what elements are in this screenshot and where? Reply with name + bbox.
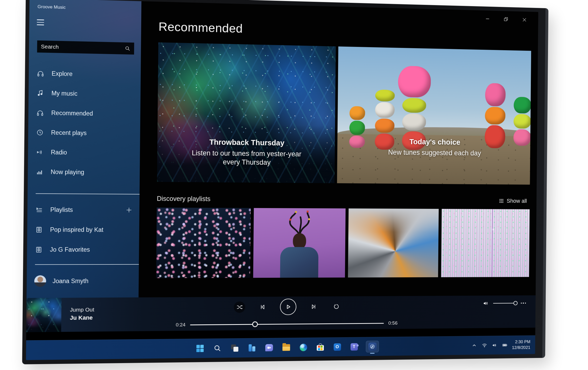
edge-button[interactable] (298, 342, 308, 352)
sidebar-nav: Explore My music Recommended (28, 63, 141, 182)
discovery-playlist-tile-1[interactable] (156, 208, 251, 278)
taskbar-clock[interactable]: 2:30 PM 12/8/2021 (512, 339, 530, 351)
add-playlist-button[interactable] (125, 207, 133, 214)
sidebar-item-my-music[interactable]: My music (28, 83, 140, 105)
file-explorer-button[interactable] (281, 342, 291, 353)
wifi-icon[interactable] (481, 342, 488, 349)
discovery-playlist-tile-2[interactable] (253, 208, 346, 278)
play-icon (284, 303, 292, 311)
avatar (34, 275, 46, 287)
sidebar-item-recent-plays[interactable]: Recent plays (28, 122, 140, 143)
playlist-item-label: Jo G Favorites (50, 246, 90, 253)
groove-music-taskbar-button[interactable] (366, 341, 379, 353)
previous-button[interactable] (257, 301, 268, 313)
playlists-header-label: Playlists (50, 206, 73, 213)
discovery-playlist-tile-4[interactable] (441, 209, 530, 277)
taskbar: O T (26, 335, 535, 360)
folder-icon (282, 344, 290, 351)
volume-slider[interactable] (493, 303, 515, 304)
sidebar-item-playlists[interactable]: Playlists (27, 200, 140, 220)
sidebar-item-label: My music (52, 90, 78, 97)
search-icon (125, 46, 130, 52)
playlist-item-label: Pop inspired by Kat (50, 226, 103, 233)
show-all-button[interactable]: Show all (499, 198, 527, 204)
sidebar-item-explore[interactable]: Explore (29, 63, 141, 85)
battery-icon[interactable] (502, 342, 508, 348)
tray-time: 2:30 PM (512, 339, 531, 345)
volume-icon[interactable] (483, 300, 489, 307)
chat-button[interactable] (264, 343, 274, 353)
user-account[interactable]: Joana Smyth (27, 271, 139, 291)
sidebar-item-radio[interactable]: Radio (28, 142, 140, 163)
start-button[interactable] (195, 343, 205, 354)
shuffle-button[interactable] (234, 302, 245, 313)
progress-fill (190, 324, 255, 325)
more-options-button[interactable] (519, 301, 527, 305)
outlook-button[interactable]: O (332, 342, 342, 352)
hero-card-todays-choice[interactable]: Today's choice New tunes suggested each … (337, 46, 531, 184)
speaker-icon[interactable] (492, 342, 498, 349)
active-app-indicator (370, 353, 375, 354)
sidebar-item-label: Recent plays (51, 129, 87, 137)
screen: Groove Music Search Explore (26, 0, 538, 360)
playlist-icon (35, 206, 43, 213)
restore-button[interactable] (503, 16, 509, 23)
search-placeholder: Search (41, 43, 125, 52)
search-input[interactable]: Search (37, 40, 134, 55)
sidebar-divider (35, 264, 139, 265)
teams-button[interactable]: T (349, 342, 359, 352)
widgets-icon (249, 344, 256, 352)
transport-controls (234, 298, 342, 315)
next-button[interactable] (308, 301, 319, 312)
minimize-icon (485, 16, 490, 22)
discovery-playlist-tile-3[interactable] (348, 208, 439, 278)
outlook-icon: O (333, 343, 341, 351)
playlist-item-pop-inspired-by-kat[interactable]: Pop inspired by Kat (27, 220, 139, 240)
app-title: Groove Music (37, 4, 66, 10)
repeat-icon (333, 303, 340, 310)
track-title: Jump Out (70, 306, 94, 313)
progress-bar[interactable] (190, 323, 384, 325)
now-playing-album-art[interactable] (26, 298, 62, 332)
main-content: Recommended Throwback Thursday Listen to… (138, 1, 538, 297)
tray-chevron-icon[interactable] (471, 342, 478, 349)
time-remaining: 0:56 (388, 320, 400, 326)
previous-icon (259, 304, 266, 310)
hero-card-throwback-thursday[interactable]: Throwback Thursday Listen to our tunes f… (157, 42, 336, 183)
sidebar-item-label: Radio (51, 149, 67, 156)
track-artist: Ju Kane (70, 314, 94, 321)
minimize-button[interactable] (484, 16, 491, 22)
sidebar-item-recommended[interactable]: Recommended (28, 103, 140, 124)
music-note-icon (37, 89, 44, 97)
tray-date: 12/8/2021 (512, 345, 530, 351)
repeat-button[interactable] (331, 301, 342, 312)
sidebar-item-now-playing[interactable]: Now playing (28, 162, 140, 182)
track-info: Jump Out Ju Kane (70, 306, 94, 321)
section-title: Discovery playlists (157, 195, 210, 202)
headphones-icon (36, 109, 44, 116)
volume-thumb[interactable] (513, 301, 518, 305)
sidebar-divider (36, 193, 139, 194)
close-button[interactable] (521, 16, 528, 23)
shuffle-icon (236, 304, 243, 311)
grid-icon (499, 198, 504, 203)
close-icon (522, 17, 527, 23)
equalizer-icon (36, 168, 43, 176)
widgets-button[interactable] (247, 343, 257, 353)
desert-artwork (337, 46, 531, 184)
portrait-head (293, 233, 306, 249)
playlist-item-jo-g-favorites[interactable]: Jo G Favorites (27, 240, 139, 260)
store-button[interactable] (315, 342, 326, 352)
system-tray: 2:30 PM 12/8/2021 (471, 336, 531, 355)
task-view-button[interactable] (229, 343, 240, 353)
progress-thumb[interactable] (252, 321, 258, 327)
windows-logo-icon (196, 345, 204, 352)
taskbar-search-button[interactable] (212, 343, 223, 354)
play-button[interactable] (280, 299, 296, 315)
sidebar: Groove Music Search Explore (27, 0, 141, 298)
hamburger-menu-icon[interactable] (37, 19, 46, 26)
progress-row: 0:24 0:56 (174, 320, 400, 328)
sidebar-item-label: Explore (52, 70, 73, 78)
discovery-playlists-row (156, 208, 530, 278)
edge-icon (300, 344, 307, 351)
